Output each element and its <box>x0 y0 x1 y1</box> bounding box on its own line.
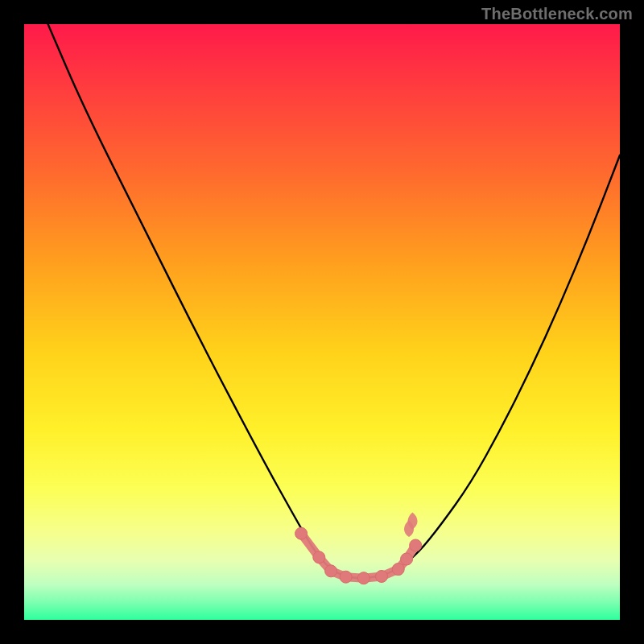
marker-dot <box>376 570 388 582</box>
marker-layer <box>24 24 620 620</box>
marker-dot <box>357 572 369 584</box>
marker-dot <box>313 551 325 564</box>
marker-dot <box>340 571 352 583</box>
watermark-text: TheBottleneck.com <box>481 5 633 23</box>
marker-dot <box>295 527 308 539</box>
marker-dot <box>410 539 422 551</box>
marker-dot <box>325 565 337 577</box>
plot-area <box>24 24 620 620</box>
marker-dot <box>401 553 413 565</box>
chart-frame: TheBottleneck.com <box>0 0 644 644</box>
marker-dot <box>392 564 404 576</box>
